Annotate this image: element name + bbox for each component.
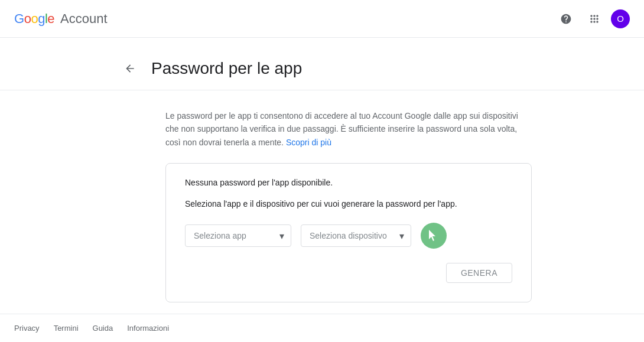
apps-button[interactable]: [583, 7, 606, 31]
page-description: Le password per le app ti consentono di …: [165, 109, 532, 149]
footer-help-link[interactable]: Guida: [93, 324, 113, 333]
logo-e: e: [47, 11, 54, 27]
header-account-label: Account: [60, 11, 108, 27]
help-button[interactable]: [554, 7, 578, 31]
header-logo: Google Account: [14, 11, 108, 27]
footer: Privacy Termini Guida Informazioni: [0, 314, 644, 342]
no-passwords-message: Nessuna password per l'app disponibile.: [185, 178, 512, 187]
logo-g1: G: [14, 11, 24, 27]
footer-terms-link[interactable]: Termini: [54, 324, 79, 333]
selectors-row: Seleziona app ▾ Seleziona dispositivo ▾: [185, 223, 512, 249]
back-arrow-icon: [124, 63, 136, 74]
header-actions: O: [554, 7, 630, 31]
genera-button[interactable]: GENERA: [446, 263, 512, 283]
back-button[interactable]: [118, 57, 142, 80]
actions-row: GENERA: [185, 263, 512, 283]
user-avatar[interactable]: O: [611, 9, 630, 28]
header: Google Account O: [0, 0, 644, 38]
page-header: Password per le app: [0, 57, 644, 90]
description-text: Le password per le app ti consentono di …: [165, 111, 518, 147]
device-select-wrapper: Seleziona dispositivo ▾: [301, 224, 411, 247]
page-title: Password per le app: [151, 59, 302, 78]
card-instruction: Seleziona l'app e il dispositivo per cui…: [185, 199, 512, 209]
content-area: Le password per le app ti consentono di …: [0, 90, 532, 302]
app-select-wrapper: Seleziona app ▾: [185, 224, 291, 247]
google-wordmark: Google: [14, 11, 54, 27]
green-cursor-circle: [421, 223, 447, 249]
cursor-icon: [429, 230, 438, 242]
logo-o1: o: [24, 11, 31, 27]
app-select[interactable]: Seleziona app: [185, 224, 291, 247]
footer-info-link[interactable]: Informazioni: [127, 324, 169, 333]
learn-more-link[interactable]: Scopri di più: [286, 138, 331, 147]
apps-grid-icon: [588, 13, 600, 25]
footer-privacy-link[interactable]: Privacy: [14, 324, 40, 333]
logo-g2: g: [38, 11, 45, 27]
device-select[interactable]: Seleziona dispositivo: [301, 224, 411, 247]
cursor-indicator: [421, 223, 447, 249]
help-icon: [560, 13, 572, 25]
logo-o2: o: [31, 11, 38, 27]
password-card: Nessuna password per l'app disponibile. …: [165, 163, 532, 302]
main-content: Password per le app Le password per le a…: [0, 38, 644, 314]
